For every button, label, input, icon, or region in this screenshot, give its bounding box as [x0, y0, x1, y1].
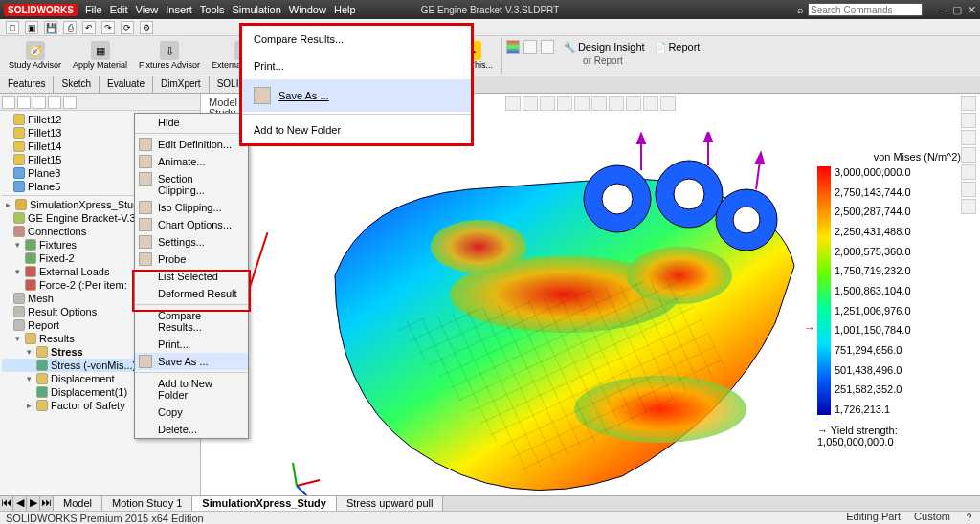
design-insight-button[interactable]: 🔧 Design Insight — [564, 41, 645, 53]
callout-add-to-folder[interactable]: Add to New Folder — [242, 117, 471, 143]
menu-bar: File Edit View Insert Tools Simulation W… — [85, 4, 356, 15]
tp-forum-icon[interactable] — [961, 199, 976, 214]
fixtures-advisor-button[interactable]: ⇩Fixtures Advisor — [134, 38, 205, 73]
apply-material-button[interactable]: ▦Apply Material — [68, 38, 132, 73]
compare-icon[interactable] — [541, 40, 554, 54]
ctx-add-to-folder[interactable]: Add to New Folder — [135, 375, 248, 404]
fm-tab-display-icon[interactable] — [63, 96, 77, 109]
menu-help[interactable]: Help — [334, 4, 356, 15]
status-units[interactable]: Custom — [914, 511, 950, 524]
tab-dimxpert[interactable]: DimXpert — [153, 76, 210, 93]
tab-nav-next-icon[interactable]: ▶ — [27, 496, 40, 511]
plot-icon — [36, 386, 48, 398]
results-icon[interactable] — [506, 40, 520, 54]
search-input[interactable] — [808, 3, 923, 16]
tab-nav-last-icon[interactable]: ⏭ — [40, 496, 54, 511]
study-tab-model[interactable]: Model — [54, 496, 102, 511]
svg-line-14 — [293, 463, 297, 486]
study-tab-stress-upward[interactable]: Stress upward pull — [337, 496, 444, 511]
display-style-icon[interactable] — [591, 96, 607, 111]
menu-insert[interactable]: Insert — [166, 4, 192, 15]
status-editing: Editing Part — [846, 511, 901, 524]
fm-tab-tree-icon[interactable] — [2, 96, 15, 109]
ctx-print[interactable]: Print... — [135, 336, 248, 353]
plot-icon — [36, 360, 48, 371]
menu-file[interactable]: File — [85, 4, 102, 15]
tp-view-palette-icon[interactable] — [961, 147, 976, 163]
section-view-icon[interactable] — [557, 96, 572, 111]
hide-show-icon[interactable] — [609, 96, 624, 111]
tab-nav-prev-icon[interactable]: ◀ — [13, 496, 27, 511]
probe-icon — [139, 252, 152, 266]
plane-icon — [13, 167, 25, 179]
qa-undo-icon[interactable]: ↶ — [82, 21, 96, 34]
task-pane-tabs — [961, 96, 978, 214]
ctx-deformed-result[interactable]: Deformed Result — [135, 285, 248, 302]
tab-sketch[interactable]: Sketch — [54, 76, 100, 93]
prev-view-icon[interactable] — [540, 96, 555, 111]
minimize-icon[interactable]: — — [936, 4, 947, 16]
qa-print-icon[interactable]: ⎙ — [63, 21, 77, 34]
maximize-icon[interactable]: ▢ — [952, 4, 962, 16]
qa-open-icon[interactable]: ▣ — [25, 21, 38, 34]
edit-icon — [139, 138, 152, 151]
tp-custom-props-icon[interactable] — [961, 182, 976, 197]
close-icon[interactable]: ✕ — [968, 4, 976, 16]
tp-appearances-icon[interactable] — [961, 164, 976, 180]
ctx-settings[interactable]: Settings... — [135, 233, 248, 251]
callout-save-as[interactable]: Save As ... — [242, 79, 471, 112]
ctx-delete[interactable]: Delete... — [135, 421, 248, 438]
zoom-fit-icon[interactable] — [505, 96, 521, 111]
ctx-edit-definition[interactable]: Edit Definition... — [135, 136, 248, 153]
iso-icon — [139, 201, 152, 214]
ctx-copy[interactable]: Copy — [135, 404, 248, 421]
mesh-icon — [13, 293, 25, 304]
callout-print[interactable]: Print... — [242, 53, 471, 79]
scene-icon[interactable] — [626, 96, 641, 111]
zoom-area-icon[interactable] — [523, 96, 538, 111]
graphics-viewport[interactable]: Model name:GE Engine Bracket-V.3 Study n… — [201, 94, 980, 495]
ctx-iso-clipping[interactable]: Iso Clipping... — [135, 199, 248, 216]
status-help-icon[interactable]: ？ — [964, 511, 974, 524]
deformed-icon[interactable] — [523, 40, 537, 54]
view-settings-icon[interactable] — [660, 96, 676, 111]
ctx-animate[interactable]: Animate... — [135, 153, 248, 170]
options-icon — [13, 306, 25, 317]
study-advisor-button[interactable]: 🧭Study Advisor — [4, 38, 66, 73]
menu-window[interactable]: Window — [289, 4, 326, 15]
qa-save-icon[interactable]: 💾 — [44, 21, 57, 34]
qa-redo-icon[interactable]: ↷ — [101, 21, 115, 34]
qa-new-icon[interactable]: □ — [6, 21, 19, 34]
tp-resources-icon[interactable] — [961, 96, 976, 111]
tab-features[interactable]: Features — [0, 76, 54, 93]
load-icon — [25, 266, 36, 277]
fm-tab-config-icon[interactable] — [33, 96, 46, 109]
ctx-chart-options[interactable]: Chart Options... — [135, 216, 248, 233]
ctx-list-selected[interactable]: List Selected — [135, 268, 248, 285]
study-tab-motion[interactable]: Motion Study 1 — [102, 496, 192, 511]
qa-rebuild-icon[interactable]: ⟳ — [121, 21, 134, 34]
callout-compare-results[interactable]: Compare Results... — [242, 26, 471, 53]
ctx-compare-results[interactable]: Compare Results... — [135, 307, 248, 336]
ctx-hide[interactable]: Hide — [135, 114, 248, 131]
menu-view[interactable]: View — [136, 4, 159, 15]
menu-edit[interactable]: Edit — [110, 4, 128, 15]
ctx-probe[interactable]: Probe — [135, 251, 248, 268]
ctx-save-as[interactable]: Save As ... — [135, 353, 248, 370]
tab-nav-first-icon[interactable]: ⏮ — [0, 496, 13, 511]
tp-design-library-icon[interactable] — [961, 113, 976, 128]
view-orient-icon[interactable] — [574, 96, 590, 111]
tab-evaluate[interactable]: Evaluate — [100, 76, 153, 93]
qa-options-icon[interactable]: ⚙ — [140, 21, 153, 34]
menu-simulation[interactable]: Simulation — [232, 4, 280, 15]
appearance-icon[interactable] — [643, 96, 658, 111]
quick-access-toolbar: □ ▣ 💾 ⎙ ↶ ↷ ⟳ ⚙ — [0, 19, 980, 36]
fillet-icon — [13, 141, 25, 152]
menu-tools[interactable]: Tools — [200, 4, 225, 15]
ctx-section-clipping[interactable]: Section Clipping... — [135, 170, 248, 199]
study-tab-simxpress[interactable]: SimulationXpress_Study — [192, 496, 337, 511]
report-button[interactable]: 📄 Report — [655, 41, 701, 53]
fm-tab-prop-icon[interactable] — [17, 96, 31, 109]
fm-tab-dim-icon[interactable] — [48, 96, 61, 109]
tp-file-explorer-icon[interactable] — [961, 130, 976, 145]
